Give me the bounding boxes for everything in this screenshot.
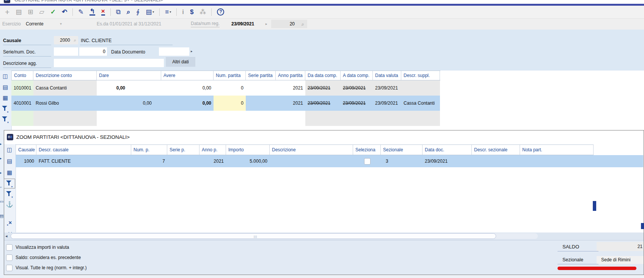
calendar-arrow-icon[interactable]: ▸ — [191, 49, 193, 53]
column-header-data-valuta[interactable]: Data valuta — [373, 71, 401, 80]
delete-row-icon[interactable]: × — [98, 6, 108, 18]
filter-next-icon[interactable]: ▸ — [4, 179, 15, 188]
cell-data-valuta[interactable]: 23/09/2021 — [373, 80, 401, 96]
cell-descr-suppl[interactable]: Cassa Contanti — [401, 96, 440, 111]
list-view-icon[interactable]: ▤ — [0, 83, 11, 92]
cell-descrizione-conto[interactable] — [33, 111, 97, 126]
cell-descrizione[interactable] — [270, 155, 353, 167]
help-icon[interactable]: ? — [214, 6, 227, 18]
share-icon[interactable]: ⁂ — [196, 6, 209, 18]
cell-descr-sezionale[interactable] — [472, 155, 520, 167]
cell-nota-part[interactable] — [520, 155, 594, 167]
data-documento-input[interactable] — [159, 47, 189, 56]
table-row-selected[interactable]: 4010001 Rossi Gilbo 0,00 0,00 0 2021 23/… — [11, 96, 440, 111]
cell-a-data-comp[interactable] — [341, 111, 373, 126]
column-header-nota-part[interactable]: Nota part. — [520, 145, 594, 155]
table-view-icon[interactable]: ▦ — [4, 168, 15, 177]
cell-avere[interactable]: 0,00 — [161, 96, 214, 111]
search-registrations-icon[interactable]: ⌕ — [124, 6, 134, 18]
column-header-descr-suppl[interactable]: Descr. suppl. — [401, 71, 440, 80]
cell-da-data-comp[interactable] — [305, 111, 341, 126]
column-header-descrizione[interactable]: Descrizione — [270, 145, 353, 155]
column-header-num-partita[interactable]: Num. partita — [214, 71, 246, 80]
cell-dare[interactable]: 0,00 — [97, 80, 161, 96]
cell-conto[interactable] — [11, 111, 33, 126]
new-icon[interactable]: + — [2, 6, 13, 18]
cell-da-data-comp[interactable]: 23/09/2021 — [305, 96, 341, 111]
cell-anno-partita[interactable]: 2021 — [276, 80, 305, 96]
column-header-importo[interactable]: Importo — [226, 145, 270, 155]
cell-anno-p[interactable]: 2021 — [199, 155, 226, 167]
cell-num-p[interactable]: 7 — [131, 155, 167, 167]
scrollbar-thumb[interactable]: ||| — [11, 233, 496, 239]
cell-data-valuta[interactable] — [373, 111, 401, 126]
edit-icon[interactable]: ✎ — [75, 6, 86, 18]
column-header-anno-p[interactable]: Anno p. — [199, 145, 226, 155]
num-doc-input[interactable] — [79, 47, 107, 56]
table-row-empty[interactable] — [11, 111, 440, 126]
column-header-descrizione-conto[interactable]: Descrizione conto — [33, 71, 97, 80]
cell-descr-suppl[interactable] — [401, 80, 440, 96]
sezionale-value-field[interactable]: Sede di Rimini — [597, 256, 644, 264]
scrollbar-track[interactable]: ||| — [11, 233, 538, 239]
new-from-list-icon[interactable]: ▤ — [13, 6, 25, 18]
saldo-es-precedente-checkbox[interactable] — [6, 254, 13, 261]
descrizione-agg-input[interactable] — [54, 59, 164, 67]
cell-conto[interactable]: 4010001 — [11, 96, 33, 111]
next-arrow-icon[interactable]: ▸ — [265, 22, 267, 26]
visualizza-importi-checkbox[interactable] — [6, 244, 13, 251]
cell-descrizione-conto[interactable]: Cassa Contanti — [33, 80, 97, 96]
visual-tutte-reg-checkbox[interactable] — [6, 265, 13, 271]
cell-conto[interactable]: 1010001 — [11, 80, 33, 96]
filter-next-icon[interactable]: ▸ — [0, 104, 11, 113]
cell-descr-causale[interactable]: FATT. CLIENTE — [36, 155, 131, 167]
column-header-seleziona[interactable]: Seleziona — [353, 145, 381, 155]
altri-dati-button[interactable]: Altri dati — [166, 57, 195, 67]
scroll-left-arrow-icon[interactable]: ◂ — [5, 234, 8, 239]
esercizio-select[interactable]: Corrente — [26, 21, 44, 27]
cell-sezionale[interactable]: 3 — [381, 155, 423, 167]
cell-avere[interactable]: 0,00 — [161, 80, 214, 96]
cell-a-data-comp[interactable]: 23/09/2021 — [341, 80, 373, 96]
currency-icon[interactable]: $ — [187, 6, 196, 18]
grid-view-icon[interactable]: ◫ — [0, 72, 11, 81]
column-header-dare[interactable]: Dare — [97, 71, 161, 80]
anchor-icon[interactable]: ⚓ — [4, 200, 15, 209]
zoom-panel-title-bar[interactable]: B8 ZOOM PARTITARI <DITTANUOVA - SEZIONAL… — [4, 130, 644, 144]
table-row[interactable]: 1010001 Cassa Contanti 0,00 0,00 0 2021 … — [11, 80, 440, 96]
column-header-data-doc[interactable]: Data doc. — [423, 145, 472, 155]
table-row-selected[interactable]: 1000 FATT. CLIENTE 7 2021 5.000,00 3 23/… — [16, 155, 643, 167]
column-header-sezionale[interactable]: Sezionale — [381, 145, 423, 155]
info-icon[interactable]: i — [179, 6, 187, 18]
column-header-da-data-comp[interactable]: Da data comp. — [305, 71, 341, 80]
column-header-descr-sezionale[interactable]: Descr. sezionale — [472, 145, 520, 155]
column-header-avere[interactable]: Avere — [161, 71, 214, 80]
column-header-conto[interactable]: Conto — [11, 71, 33, 80]
chevron-down-icon[interactable]: ▾ — [60, 22, 62, 26]
menu-icon[interactable]: ≡▾ — [162, 6, 174, 18]
copy-icon[interactable]: ⧉ — [113, 6, 124, 18]
attachment-icon[interactable]: ∮ — [133, 6, 143, 18]
document-options-icon[interactable]: ▤▾ — [143, 6, 157, 18]
seleziona-checkbox[interactable] — [364, 158, 371, 165]
cell-data-valuta[interactable]: 23/09/2021 — [373, 96, 401, 111]
cell-da-data-comp[interactable]: 23/09/2021 — [305, 80, 341, 96]
open-folder-icon[interactable]: ▱ — [36, 6, 47, 18]
column-header-causale[interactable]: Causale — [16, 145, 36, 155]
cell-serie-partita[interactable] — [246, 80, 276, 96]
column-header-anno-partita[interactable]: Anno partita — [276, 71, 305, 80]
column-header-serie-partita[interactable]: Serie partita — [246, 71, 276, 80]
add-box-icon[interactable]: ⊞ — [25, 6, 36, 18]
cell-serie-partita[interactable] — [246, 96, 276, 111]
undo-icon[interactable]: ↶ — [59, 6, 70, 18]
cell-anno-partita[interactable]: 2021 — [276, 96, 305, 111]
search-icon[interactable]: ⌕ — [302, 21, 304, 27]
cell-num-partita[interactable]: 0 — [214, 80, 246, 96]
cell-a-data-comp[interactable]: 23/09/2021 — [341, 96, 373, 111]
column-header-a-data-comp[interactable]: A data comp. — [341, 71, 373, 80]
list-view-icon[interactable]: ▤ — [4, 157, 15, 166]
causale-code-field[interactable]: 2000 ⌕ — [54, 36, 78, 44]
filter-icon[interactable]: ▾ — [0, 115, 11, 124]
cell-descr-suppl[interactable] — [401, 111, 440, 126]
table-view-icon[interactable]: ▦ — [0, 94, 11, 103]
